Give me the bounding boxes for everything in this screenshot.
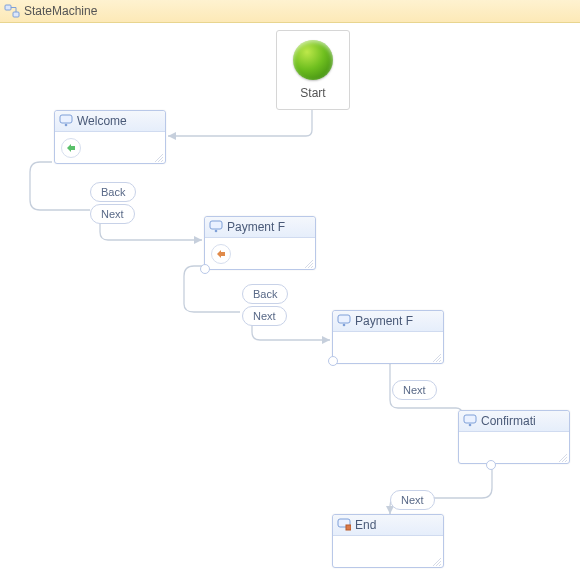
connector-dot <box>328 356 338 366</box>
statemachine-designer-canvas[interactable]: StateMachine Start Welcome Back Next <box>0 0 580 587</box>
resize-grip-icon[interactable] <box>431 351 441 361</box>
state-icon <box>59 114 73 128</box>
statemachine-icon <box>4 3 20 19</box>
state-title: Welcome <box>77 114 127 128</box>
transition-confirm-next[interactable]: Next <box>390 490 435 510</box>
svg-rect-6 <box>338 315 350 323</box>
resize-grip-icon[interactable] <box>303 257 313 267</box>
svg-rect-0 <box>5 5 11 10</box>
svg-rect-8 <box>464 415 476 423</box>
state-title: Payment F <box>355 314 413 328</box>
svg-point-7 <box>343 324 346 327</box>
svg-rect-11 <box>346 525 351 530</box>
entry-action-icon <box>61 138 81 158</box>
transition-welcome-back[interactable]: Back <box>90 182 136 202</box>
start-node[interactable]: Start <box>276 30 350 110</box>
resize-grip-icon[interactable] <box>557 451 567 461</box>
svg-rect-2 <box>60 115 72 123</box>
svg-point-3 <box>65 124 68 127</box>
state-confirmation[interactable]: Confirmati <box>458 410 570 464</box>
state-icon <box>337 314 351 328</box>
activity-title-bar: StateMachine <box>0 0 580 23</box>
state-title: Confirmati <box>481 414 536 428</box>
transition-payment1-next[interactable]: Next <box>242 306 287 326</box>
state-payment-2[interactable]: Payment F <box>332 310 444 364</box>
state-title: End <box>355 518 376 532</box>
state-icon <box>463 414 477 428</box>
state-payment-1[interactable]: Payment F <box>204 216 316 270</box>
resize-grip-icon[interactable] <box>153 151 163 161</box>
svg-point-5 <box>215 230 218 233</box>
transition-payment2-next[interactable]: Next <box>392 380 437 400</box>
state-icon <box>209 220 223 234</box>
resize-grip-icon[interactable] <box>431 555 441 565</box>
start-label: Start <box>300 86 325 100</box>
transition-welcome-next[interactable]: Next <box>90 204 135 224</box>
activity-title: StateMachine <box>24 4 97 18</box>
transition-payment1-back[interactable]: Back <box>242 284 288 304</box>
svg-rect-1 <box>13 12 19 17</box>
svg-rect-4 <box>210 221 222 229</box>
state-welcome[interactable]: Welcome <box>54 110 166 164</box>
svg-point-9 <box>469 424 472 427</box>
entry-action-icon <box>211 244 231 264</box>
state-title: Payment F <box>227 220 285 234</box>
start-ball-icon <box>293 40 333 80</box>
connector-dot <box>200 264 210 274</box>
final-state-icon <box>337 518 351 532</box>
connector-dot <box>486 460 496 470</box>
state-end[interactable]: End <box>332 514 444 568</box>
